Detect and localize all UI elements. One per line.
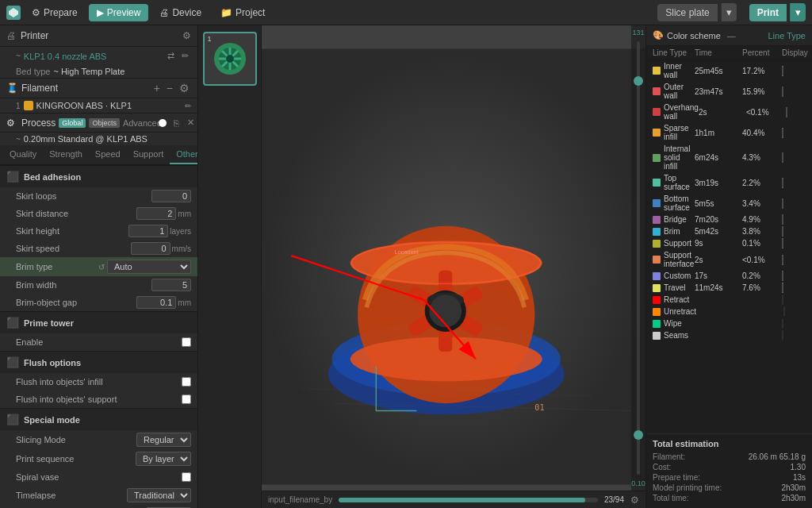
process-icon: ⚙ xyxy=(6,117,15,129)
lt-display-2[interactable] xyxy=(786,107,787,117)
lt-color-11 xyxy=(653,272,661,280)
print-button[interactable]: Print xyxy=(749,4,787,21)
lt-color-0 xyxy=(653,67,661,75)
lt-display-1[interactable] xyxy=(782,87,783,97)
lt-color-8 xyxy=(653,228,661,236)
print-sequence-select[interactable]: By layer xyxy=(136,452,191,466)
tab-device[interactable]: 🖨 Device xyxy=(151,4,209,21)
print-arrow-button[interactable]: ▾ xyxy=(790,3,806,21)
skirt-height-row: Skirt height layers xyxy=(0,222,197,240)
slicing-mode-select[interactable]: Regular xyxy=(136,433,191,447)
lt-color-16 xyxy=(653,332,661,340)
filament-edit-icon[interactable]: ✏ xyxy=(185,102,191,110)
lt-row-13: Retract xyxy=(646,294,812,306)
progress-bar-inner xyxy=(339,498,584,502)
prime-tower-group-title[interactable]: ⬛ Prime tower xyxy=(0,311,197,333)
lt-display-4[interactable] xyxy=(782,152,783,163)
thumbnail-item-1[interactable]: 1 xyxy=(203,32,257,86)
lt-row-2: Overhang wall 2s <0.1% xyxy=(646,102,812,122)
spiral-vase-checkbox[interactable] xyxy=(182,472,191,482)
project-icon: 📁 xyxy=(220,7,232,18)
slider-track[interactable] xyxy=(637,41,640,475)
filament-remove-button[interactable]: − xyxy=(165,82,174,94)
tab-others[interactable]: Others xyxy=(170,145,198,164)
tab-prepare[interactable]: ⚙ Prepare xyxy=(24,4,86,21)
brim-type-select[interactable]: Auto Outer brim only Inner brim only Mou… xyxy=(107,260,191,274)
tab-support[interactable]: Support xyxy=(127,145,170,164)
thumbnail-spool-svg xyxy=(210,39,250,79)
print-sequence-row: Print sequence By layer xyxy=(0,449,197,468)
bed-type-row: Bed type ~ High Temp Plate xyxy=(0,65,197,78)
bed-adhesion-group-title[interactable]: ⬛ Bed adhesion xyxy=(0,165,197,187)
skirt-loops-row: Skirt loops xyxy=(0,187,197,205)
skirt-distance-input[interactable] xyxy=(136,207,176,220)
skirt-height-input[interactable] xyxy=(128,225,168,237)
flush-support-row: Flush into objects' support xyxy=(0,391,197,408)
filament-icon: 🧵 xyxy=(6,83,18,94)
brim-width-input[interactable] xyxy=(151,279,191,291)
color-scheme-icon: 🎨 xyxy=(653,30,664,40)
color-scheme-header: 🎨 Color scheme — Line Type xyxy=(646,25,812,46)
lt-color-3 xyxy=(653,129,661,137)
lt-display-10[interactable] xyxy=(782,255,783,265)
special-mode-group-title[interactable]: ⬛ Special mode xyxy=(0,408,197,430)
prime-tower-enable-checkbox[interactable] xyxy=(182,337,191,347)
lt-row-8: Brim 5m42s 3.8% xyxy=(646,225,812,237)
slice-plate-arrow-button[interactable]: ▾ xyxy=(721,3,737,21)
printer-sync-icon[interactable]: ⇄ xyxy=(165,50,177,62)
tab-speed[interactable]: Speed xyxy=(89,145,127,164)
tab-quality[interactable]: Quality xyxy=(3,145,43,164)
lt-table-header: Line Type Time Percent Display xyxy=(646,46,812,60)
lt-display-3[interactable] xyxy=(782,128,783,138)
lt-display-16[interactable] xyxy=(782,330,783,341)
lt-color-14 xyxy=(653,308,661,316)
slider-thumb-bottom[interactable] xyxy=(634,430,643,440)
lt-display-7[interactable] xyxy=(782,214,783,225)
tab-strength[interactable]: Strength xyxy=(43,145,89,164)
lt-row-6: Bottom surface 5m5s 3.4% xyxy=(646,193,812,214)
process-delete-icon[interactable]: ✕ xyxy=(185,117,197,129)
slider-thumb-top[interactable] xyxy=(634,76,643,86)
lt-row-3: Sparse infill 1h1m 40.4% xyxy=(646,122,812,143)
preview-icon: ▶ xyxy=(97,7,104,18)
flush-infill-checkbox[interactable] xyxy=(182,377,191,387)
lt-display-8[interactable] xyxy=(782,226,783,237)
vertical-slider[interactable]: 131 0.10 xyxy=(631,25,645,491)
filament-gear-icon[interactable]: ⚙ xyxy=(178,82,191,94)
sub-tabs: Quality Strength Speed Support Others xyxy=(0,145,197,165)
timelapse-select[interactable]: Traditional xyxy=(127,488,191,502)
lt-display-12[interactable] xyxy=(782,283,783,293)
flush-support-checkbox[interactable] xyxy=(182,394,191,404)
slice-plate-button[interactable]: Slice plate xyxy=(657,4,717,21)
tab-preview[interactable]: ▶ Preview xyxy=(89,4,149,21)
lt-row-12: Travel 11m24s 7.6% xyxy=(646,282,812,294)
process-copy-icon[interactable]: ⎘ xyxy=(171,117,182,129)
lt-row-16: Seams xyxy=(646,329,812,341)
brim-object-gap-input[interactable] xyxy=(136,296,176,309)
skirt-speed-input[interactable] xyxy=(131,242,170,255)
filament-add-button[interactable]: + xyxy=(152,82,162,94)
viewport-3d-svg: 01 Locatient xyxy=(262,25,645,508)
lt-color-10 xyxy=(653,256,661,264)
spiral-vase-row: Spiral vase xyxy=(0,468,197,486)
process-row: ⚙ Process Global Objects Advanced ⎘ ✕ 🔍 xyxy=(0,113,197,133)
skirt-loops-input[interactable] xyxy=(151,190,191,202)
lt-display-11[interactable] xyxy=(782,271,783,281)
tab-project[interactable]: 📁 Project xyxy=(213,4,273,21)
lt-display-15[interactable] xyxy=(782,318,783,329)
printer-gear-icon[interactable]: ⚙ xyxy=(182,30,191,41)
lt-display-9[interactable] xyxy=(782,238,783,248)
lt-row-4: Internal solid infill 6m24s 4.3% xyxy=(646,143,812,172)
lt-row-10: Support interface 2s <0.1% xyxy=(646,249,812,270)
lt-display-6[interactable] xyxy=(782,198,783,209)
brim-object-gap-row: Brim-object gap mm xyxy=(0,294,197,311)
lt-color-5 xyxy=(653,179,661,187)
printer-edit-icon[interactable]: ✏ xyxy=(179,50,191,62)
flush-options-group-title[interactable]: ⬛ Flush options xyxy=(0,351,197,373)
lt-display-14[interactable] xyxy=(783,306,785,317)
lt-display-5[interactable] xyxy=(782,178,783,188)
settings-icon-bottom[interactable]: ⚙ xyxy=(630,495,639,506)
lt-display-0[interactable] xyxy=(782,66,783,76)
lt-display-13[interactable] xyxy=(782,294,783,305)
skirt-distance-row: Skirt distance mm xyxy=(0,205,197,222)
